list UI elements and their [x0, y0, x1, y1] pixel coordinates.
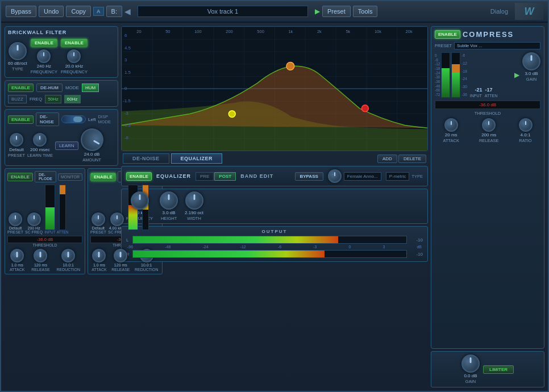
- deess-attack-knob[interactable]: [92, 249, 106, 262]
- meter-r-row: R -10: [126, 250, 423, 258]
- compress-attack-knob[interactable]: [444, 118, 458, 132]
- dehum-freq60-btn[interactable]: 60Hz: [64, 95, 81, 103]
- eq-bypass-btn[interactable]: BYPASS: [295, 172, 323, 181]
- deess-scfreq-knob[interactable]: [110, 212, 124, 226]
- output-gain-knob[interactable]: [461, 355, 480, 373]
- deplode-preset-knob[interactable]: [9, 212, 22, 226]
- brickwall-type-value: 60 dB/oct: [8, 61, 27, 66]
- deplode-attack-knob[interactable]: [10, 249, 24, 262]
- brickwall-freq2-value: 20.0 kHz: [65, 64, 84, 69]
- eq-width-knob-group: 2.190 oct WIDTH: [185, 191, 203, 221]
- tab-equalizer-btn[interactable]: EQUALIZER: [171, 153, 223, 164]
- eq-height-label: HEIGHT: [161, 216, 177, 221]
- preset-button[interactable]: Preset: [322, 6, 351, 17]
- denoise-disp-mode-slider[interactable]: [61, 115, 86, 123]
- deplode-monitor-btn[interactable]: MONITOR: [58, 173, 82, 181]
- denoise-learn-time-knob[interactable]: [33, 133, 47, 147]
- compress-threshold-label: THRESHOLD: [435, 111, 540, 116]
- deess-enable-btn[interactable]: ENABLE: [90, 173, 116, 181]
- tab-denoise-btn[interactable]: DE-NOISE: [123, 153, 169, 164]
- deplode-enable-btn[interactable]: ENABLE: [7, 173, 33, 181]
- deess-preset-knob[interactable]: [92, 212, 105, 226]
- delete-btn[interactable]: DELETE: [398, 155, 426, 163]
- top-bar: Bypass Undo Copy A B: ◀ Vox track 1 ▶ Pr…: [1, 1, 548, 23]
- compress-enable-btn[interactable]: ENABLE: [435, 30, 460, 39]
- dehum-buzz-btn[interactable]: BUZZ: [8, 95, 27, 103]
- meter-l-container: [132, 236, 407, 244]
- scale-n30: -30: [435, 75, 440, 79]
- scale-n48: -48: [165, 245, 170, 249]
- copy-button[interactable]: Copy: [66, 6, 91, 17]
- atten-n12: -12: [461, 61, 467, 65]
- play-icon[interactable]: ▶: [315, 7, 320, 15]
- freq-label-20k: 20k: [406, 29, 413, 34]
- dehum-hum-btn[interactable]: HUM: [82, 84, 99, 92]
- output-gain-label: GAIN: [465, 379, 476, 384]
- output-gain-value: 0.0 dB: [464, 373, 477, 378]
- eq-freq-knob[interactable]: [131, 191, 149, 210]
- limiter-btn[interactable]: LIMITER: [483, 365, 514, 374]
- deplode-header: ENABLE DE-PLODE MONITOR: [7, 171, 82, 182]
- scale-n60: -60: [435, 88, 440, 92]
- bypass-button[interactable]: Bypass: [6, 6, 36, 17]
- meter-l-label: L: [126, 237, 131, 243]
- add-btn[interactable]: ADD: [377, 155, 397, 163]
- compress-attack-value: 20 ms: [445, 132, 458, 137]
- brickwall-title: BRICKWALL FILTER: [8, 30, 115, 35]
- denoise-enable-btn[interactable]: ENABLE: [8, 115, 34, 124]
- brickwall-type-knob[interactable]: [9, 42, 27, 60]
- nav-left-icon[interactable]: ◀: [124, 7, 131, 16]
- eq-height-knob[interactable]: [160, 191, 178, 210]
- scale-n3: -3: [313, 245, 317, 249]
- deplode-input-label: INPUT: [44, 230, 56, 234]
- deplode-atten-meter: [59, 185, 66, 230]
- compress-labels-below: -21 -17 INPUT ATTEN: [470, 52, 497, 98]
- deplode-scfreq-knob[interactable]: [27, 212, 41, 226]
- eq-width-knob[interactable]: [185, 191, 203, 210]
- denoise-amount-knob[interactable]: [76, 124, 107, 156]
- track-name: Vox track 1: [138, 6, 308, 17]
- deplode-reduction-knob[interactable]: [61, 249, 75, 262]
- preset-slot[interactable]: B:: [106, 6, 122, 17]
- deplode-release-knob[interactable]: [34, 249, 47, 262]
- post-btn[interactable]: POST: [214, 172, 236, 181]
- compress-release-knob[interactable]: [482, 118, 496, 132]
- scale-n96: -96: [127, 245, 133, 249]
- equalizer-row: ENABLE EQUALIZER PRE POST BAND EDIT BYPA…: [121, 166, 428, 186]
- deplode-atten-fill: [60, 185, 65, 194]
- freq-label-2k: 2k: [317, 29, 322, 34]
- pre-btn[interactable]: PRE: [196, 172, 214, 181]
- denoise-learn-btn[interactable]: LEARN: [55, 141, 78, 150]
- atten-n18: -18: [461, 69, 467, 73]
- compress-meter-scale: 0 -6 -12 -18 -24 -30 -36 -48 -60 -72: [435, 52, 440, 98]
- dehum-enable-btn[interactable]: ENABLE: [8, 84, 34, 92]
- meter-r-container: [132, 250, 407, 258]
- atten-n6: -6: [461, 53, 467, 57]
- compress-ratio-knob[interactable]: [519, 118, 533, 132]
- brickwall-enable1-btn[interactable]: ENABLE: [31, 39, 57, 47]
- brickwall-left-controls: ENABLE 240 Hz FREQUENCY: [31, 39, 57, 74]
- dehum-freq50-btn[interactable]: 50Hz: [45, 95, 61, 103]
- eq-enable-btn[interactable]: ENABLE: [126, 172, 152, 181]
- brickwall-freq2-knob[interactable]: [67, 49, 81, 63]
- compress-title: COMPRESS: [463, 30, 514, 39]
- tools-button[interactable]: Tools: [353, 6, 378, 17]
- svg-text:1.5: 1.5: [124, 70, 131, 75]
- deplode-release-group: 120 ms RELEASE: [31, 249, 49, 272]
- deplode-attack-value: 1.0 ms: [11, 263, 23, 267]
- undo-button[interactable]: Undo: [39, 6, 64, 17]
- dehum-label: DE-HUM: [36, 84, 63, 92]
- svg-text:0: 0: [124, 86, 127, 91]
- eq-type-group: P-metric TYPE: [386, 172, 423, 181]
- brickwall-freq1-value: 240 Hz: [37, 64, 51, 69]
- limiter-row: 0.0 dB GAIN LIMITER: [461, 355, 514, 384]
- meter-l-bar: [133, 236, 338, 243]
- compress-arrow-icon: ▶: [514, 71, 519, 79]
- eq-preset-knob[interactable]: [328, 169, 342, 183]
- brickwall-enable2-btn[interactable]: ENABLE: [61, 39, 88, 47]
- deess-attack-label: ATTACK: [92, 268, 107, 272]
- brickwall-freq1-knob[interactable]: [37, 49, 51, 63]
- denoise-preset-knob[interactable]: [10, 133, 23, 147]
- denoise-amount-group: 24.0 dB AMOUNT: [81, 128, 103, 162]
- compress-gain-knob[interactable]: [522, 52, 540, 70]
